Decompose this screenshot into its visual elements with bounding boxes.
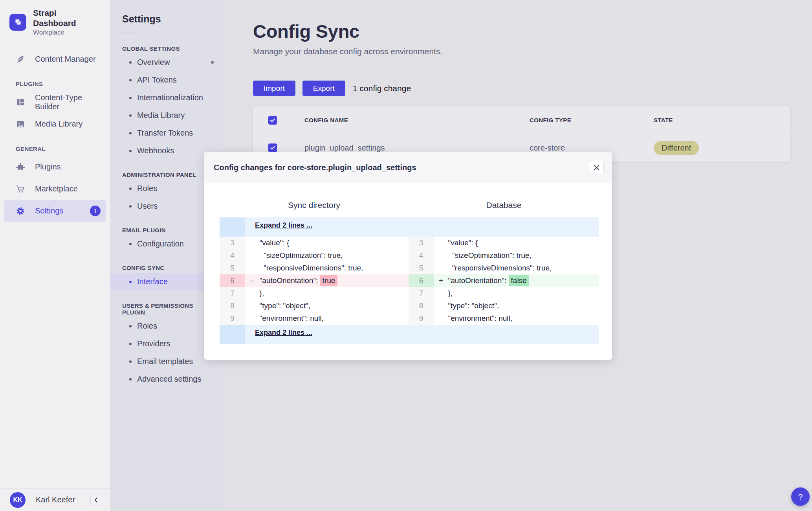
nav-item-plugins[interactable]: Plugins bbox=[0, 156, 110, 178]
import-button[interactable]: Import bbox=[253, 81, 295, 96]
page-title: Config Sync bbox=[253, 20, 790, 42]
user-footer: KK Karl Keefer bbox=[0, 488, 110, 511]
select-all-checkbox[interactable] bbox=[268, 116, 277, 125]
nav-item-media-library[interactable]: Media Library bbox=[0, 113, 110, 135]
bullet-icon bbox=[129, 378, 132, 380]
expand-gutter bbox=[220, 325, 245, 344]
code-line-left: "responsiveDimensions": true, bbox=[245, 262, 409, 274]
bullet-icon bbox=[129, 79, 132, 81]
code-line-right: "sizeOptimization": true, bbox=[434, 249, 599, 262]
nav-item-marketplace[interactable]: Marketplace bbox=[0, 178, 110, 200]
config-name-cell: plugin_upload_settings bbox=[304, 143, 530, 153]
line-number-right: 5 bbox=[409, 262, 434, 274]
bullet-icon bbox=[129, 205, 132, 208]
bullet-icon bbox=[129, 97, 132, 99]
subnav-item-label: Advanced settings bbox=[137, 375, 201, 384]
bullet-icon bbox=[129, 150, 132, 152]
bullet-icon bbox=[129, 243, 132, 245]
line-number-right: 9 bbox=[409, 312, 434, 325]
check-icon bbox=[270, 146, 275, 150]
line-number-right: 3 bbox=[409, 237, 434, 249]
expand-lines-link[interactable]: Expand 2 lines ... bbox=[255, 329, 312, 337]
removed-marker: - bbox=[245, 276, 255, 285]
close-modal-button[interactable] bbox=[589, 160, 604, 175]
workspace-header: Strapi Dashboard Workplace bbox=[0, 0, 110, 45]
modal-header: Config changes for core-store.plugin_upl… bbox=[204, 152, 612, 183]
subnav-divider bbox=[122, 33, 134, 33]
state-badge: Different bbox=[654, 141, 699, 155]
code-line-right-added: + "autoOrientation": false bbox=[434, 274, 599, 287]
code-line-left-removed: - "autoOrientation": true bbox=[245, 274, 409, 287]
column-header-state: STATE bbox=[654, 117, 775, 123]
user-name: Karl Keefer bbox=[36, 495, 75, 504]
bullet-icon bbox=[129, 132, 132, 134]
config-type-cell: core-store bbox=[530, 143, 654, 153]
code-line-left: "environment": null, bbox=[245, 312, 409, 325]
expand-row-bottom: Expand 2 lines ... bbox=[245, 325, 599, 344]
subnav-item-label: Interface bbox=[137, 277, 168, 286]
cart-icon bbox=[16, 184, 25, 194]
user-avatar: KK bbox=[10, 492, 26, 508]
code-line-left: "type": "object", bbox=[245, 300, 409, 312]
layout-grid-icon bbox=[16, 97, 25, 107]
image-icon bbox=[16, 119, 25, 129]
subnav-item-internationalization[interactable]: Internationalization bbox=[110, 89, 224, 107]
nav-section-plugins: PLUGINS bbox=[16, 81, 110, 87]
database-header: Database bbox=[409, 200, 599, 210]
code-line-left: "value": { bbox=[245, 237, 409, 249]
nav-item-content-manager[interactable]: Content Manager bbox=[0, 48, 110, 70]
line-number-right-added: 6 bbox=[409, 274, 434, 287]
nav-item-content-type-builder[interactable]: Content-Type Builder bbox=[0, 91, 110, 113]
bullet-icon bbox=[129, 360, 132, 363]
sync-directory-header: Sync directory bbox=[220, 200, 409, 210]
subnav-title: Settings bbox=[122, 13, 224, 25]
added-marker: + bbox=[434, 276, 444, 285]
subnav-item-label: Email templates bbox=[137, 357, 193, 366]
line-number-left: 4 bbox=[220, 249, 245, 262]
subnav-section-users-permissions: USERS & PERMISSIONS PLUGIN bbox=[122, 302, 212, 316]
collapse-sidebar-button[interactable] bbox=[90, 494, 101, 506]
puzzle-icon bbox=[16, 162, 25, 172]
expand-lines-link[interactable]: Expand 2 lines ... bbox=[255, 221, 312, 230]
table-header-row: CONFIG NAME CONFIG TYPE STATE bbox=[253, 106, 790, 134]
subnav-section-config-sync: CONFIG SYNC bbox=[122, 265, 212, 271]
subnav-item-label: Transfer Tokens bbox=[137, 129, 193, 138]
row-checkbox[interactable] bbox=[268, 143, 277, 152]
export-button[interactable]: Export bbox=[302, 81, 345, 96]
select-all-cell bbox=[268, 116, 304, 125]
strapi-logo-icon bbox=[9, 14, 26, 31]
bullet-icon bbox=[129, 281, 132, 283]
subnav-item-overview[interactable]: Overview bbox=[110, 53, 224, 71]
subnav-item-label: Providers bbox=[137, 339, 170, 348]
bullet-icon bbox=[129, 187, 132, 190]
check-icon bbox=[270, 118, 275, 122]
subnav-item-label: Roles bbox=[137, 322, 157, 331]
help-button[interactable]: ? bbox=[791, 487, 810, 506]
subnav-item-api-tokens[interactable]: API Tokens bbox=[110, 71, 224, 89]
added-value-highlight: false bbox=[509, 275, 529, 286]
bullet-icon bbox=[129, 61, 132, 64]
line-number-left: 9 bbox=[220, 312, 245, 325]
subnav-item-label: Webhooks bbox=[137, 146, 174, 155]
line-number-left: 8 bbox=[220, 300, 245, 312]
workspace-titles: Strapi Dashboard Workplace bbox=[33, 8, 101, 37]
subnav-item-label: Users bbox=[137, 202, 158, 211]
subnav-item-transfer-tokens[interactable]: Transfer Tokens bbox=[110, 124, 224, 142]
bullet-icon bbox=[129, 325, 132, 327]
line-number-right: 7 bbox=[409, 287, 434, 300]
app-title: Strapi Dashboard bbox=[33, 8, 101, 29]
bullet-icon bbox=[129, 343, 132, 345]
line-number-left: 3 bbox=[220, 237, 245, 249]
diff-view: Expand 2 lines ... 3 "value": { 3 "value… bbox=[220, 217, 597, 344]
code-line-right: "type": "object", bbox=[434, 300, 599, 312]
diff-pane-headers: Sync directory Database bbox=[220, 200, 597, 210]
expand-row-top: Expand 2 lines ... bbox=[245, 217, 599, 237]
nav-item-label: Media Library bbox=[35, 119, 82, 129]
subnav-item-advanced-settings[interactable]: Advanced settings bbox=[110, 370, 224, 388]
row-select-cell bbox=[268, 143, 304, 152]
bullet-icon bbox=[129, 114, 132, 117]
nav-item-settings[interactable]: Settings 1 bbox=[4, 200, 106, 222]
modal-title: Config changes for core-store.plugin_upl… bbox=[214, 163, 416, 172]
subnav-item-media-library[interactable]: Media Library bbox=[110, 107, 224, 124]
gear-icon bbox=[16, 206, 25, 216]
